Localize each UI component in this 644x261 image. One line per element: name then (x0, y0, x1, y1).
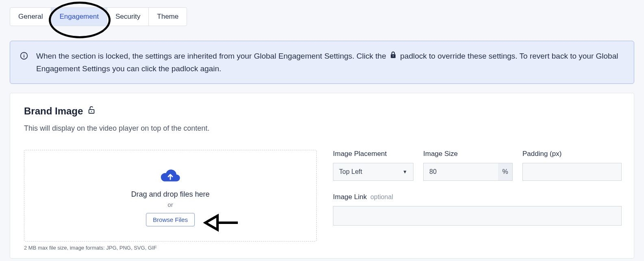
tabs: General Engagement Security Theme (10, 7, 187, 26)
brand-image-panel: Brand Image This will display on the vid… (10, 93, 634, 259)
field-row-top: Image Placement Top Left ▼ Image Size % … (333, 150, 622, 181)
section-description: This will display on the video player on… (24, 124, 620, 133)
image-link-optional: optional (370, 193, 393, 200)
right-column: Image Placement Top Left ▼ Image Size % … (333, 150, 622, 226)
chevron-down-icon: ▼ (402, 169, 407, 175)
svg-point-4 (393, 56, 394, 57)
dropzone[interactable]: Drag and drop files here or Browse Files (24, 150, 317, 241)
image-link-label: Image Link optional (333, 193, 622, 201)
section-title-text: Brand Image (24, 105, 83, 117)
field-image-placement: Image Placement Top Left ▼ (333, 150, 413, 181)
image-link-input[interactable] (333, 206, 622, 226)
tab-theme[interactable]: Theme (149, 8, 187, 26)
lock-icon (389, 50, 397, 62)
image-placement-label: Image Placement (333, 150, 413, 158)
image-link-label-text: Image Link (333, 193, 367, 201)
unlock-icon[interactable] (87, 105, 96, 117)
dropzone-main-text: Drag and drop files here (131, 190, 209, 199)
field-image-link: Image Link optional (333, 193, 622, 226)
tab-general[interactable]: General (10, 8, 51, 26)
image-placement-value: Top Left (339, 168, 362, 175)
field-image-size: Image Size % (423, 150, 513, 181)
svg-point-2 (24, 54, 24, 55)
image-size-label: Image Size (423, 150, 513, 158)
image-size-input[interactable] (423, 163, 498, 181)
dropzone-wrapper: Drag and drop files here or Browse Files… (24, 150, 317, 251)
browse-files-button[interactable]: Browse Files (146, 213, 195, 226)
image-size-input-group: % (423, 163, 513, 181)
padding-label: Padding (px) (522, 150, 622, 158)
padding-input[interactable] (522, 163, 622, 181)
info-text: When the section is locked, the settings… (36, 50, 624, 75)
image-placement-select[interactable]: Top Left ▼ (333, 163, 413, 181)
info-banner: When the section is locked, the settings… (10, 41, 634, 84)
info-text-before: When the section is locked, the settings… (36, 52, 386, 60)
form-row: Drag and drop files here or Browse Files… (24, 150, 620, 251)
field-padding: Padding (px) (522, 150, 622, 181)
tab-security[interactable]: Security (107, 8, 149, 26)
info-icon (20, 52, 28, 60)
image-size-unit: % (498, 163, 513, 181)
tab-engagement[interactable]: Engagement (51, 8, 107, 26)
dropzone-or-text: or (168, 201, 173, 208)
upload-icon (159, 167, 181, 184)
svg-point-6 (91, 111, 92, 112)
section-title: Brand Image (24, 105, 620, 117)
dropzone-hint: 2 MB max file size, image formats: JPG, … (24, 245, 317, 251)
